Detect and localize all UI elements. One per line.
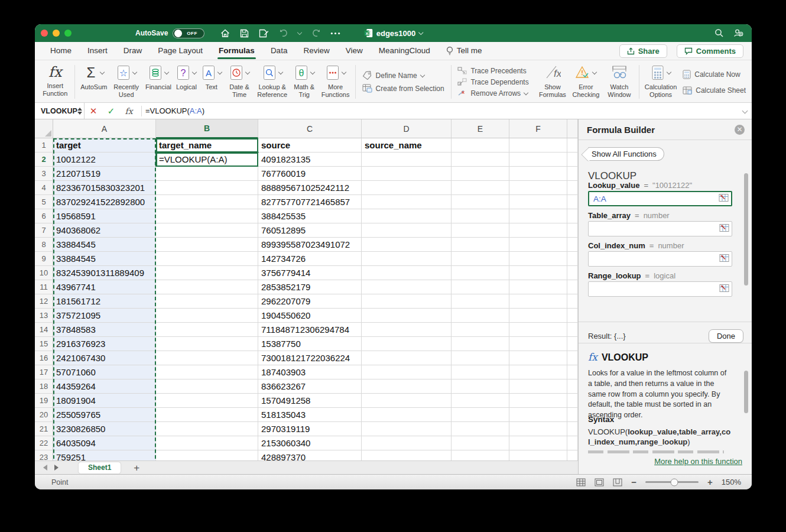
row-header-19[interactable]: 19 (35, 394, 53, 408)
more-help-link[interactable]: More help on this function (654, 457, 742, 466)
cell-C16[interactable]: 730018121722036224 (258, 351, 362, 365)
cell-F9[interactable] (509, 252, 567, 266)
cell-A8[interactable]: 33884545 (53, 238, 156, 252)
cell-B5[interactable] (156, 195, 258, 209)
row-header-20[interactable]: 20 (35, 408, 53, 422)
financial-button[interactable]: Financial (143, 63, 174, 101)
cell-partial-14[interactable] (567, 323, 578, 337)
cell-F1[interactable] (509, 138, 567, 153)
zoom-out-button[interactable]: − (631, 478, 636, 486)
cell-E9[interactable] (452, 252, 509, 266)
cell-F11[interactable] (509, 280, 567, 294)
cell-E19[interactable] (452, 394, 509, 408)
row-header-16[interactable]: 16 (35, 351, 53, 365)
cell-C19[interactable]: 1570491258 (258, 394, 362, 408)
cell-D12[interactable] (362, 294, 452, 309)
more-commands-icon[interactable] (330, 28, 340, 38)
cell-D18[interactable] (362, 379, 452, 394)
text-button[interactable]: A Text (199, 63, 224, 101)
row-header-1[interactable]: 1 (35, 138, 53, 153)
cell-C6[interactable]: 388425535 (258, 209, 362, 223)
cell-A16[interactable]: 2421067430 (53, 351, 156, 365)
cell-C22[interactable]: 2153060340 (258, 436, 362, 450)
share-screen-icon[interactable] (733, 28, 743, 38)
cell-E20[interactable] (452, 408, 509, 422)
cell-C21[interactable]: 2970319119 (258, 422, 362, 436)
panel-close-icon[interactable]: ✕ (735, 125, 745, 135)
cell-partial-3[interactable] (567, 167, 578, 181)
cell-A1[interactable]: target (53, 138, 156, 153)
cell-B12[interactable] (156, 294, 258, 309)
watch-window-button[interactable]: Watch Window (603, 63, 636, 101)
lookup-value-input[interactable]: A:A (588, 191, 732, 206)
cell-D9[interactable] (362, 252, 452, 266)
cell-B20[interactable] (156, 408, 258, 422)
column-header-partial[interactable] (567, 119, 578, 138)
search-icon[interactable] (714, 28, 724, 38)
cell-F21[interactable] (509, 422, 567, 436)
cell-B21[interactable] (156, 422, 258, 436)
cell-A6[interactable]: 19568591 (53, 209, 156, 223)
range-picker-icon[interactable] (719, 254, 729, 264)
cell-A11[interactable]: 43967741 (53, 280, 156, 294)
cell-E10[interactable] (452, 266, 509, 280)
row-header-4[interactable]: 4 (35, 181, 53, 195)
cell-E6[interactable] (452, 209, 509, 223)
done-button[interactable]: Done (709, 329, 743, 343)
cell-F12[interactable] (509, 294, 567, 309)
cell-B11[interactable] (156, 280, 258, 294)
row-header-13[interactable]: 13 (35, 309, 53, 323)
cell-A4[interactable]: 823367015830323201 (53, 181, 156, 195)
cell-partial-21[interactable] (567, 422, 578, 436)
cell-partial-16[interactable] (567, 351, 578, 365)
cell-partial-8[interactable] (567, 238, 578, 252)
cell-partial-15[interactable] (567, 337, 578, 351)
cell-C4[interactable]: 888895671025242112 (258, 181, 362, 195)
column-header-F[interactable]: F (509, 119, 567, 138)
cell-D23[interactable] (362, 450, 452, 460)
cell-partial-23[interactable] (567, 450, 578, 460)
row-header-15[interactable]: 15 (35, 337, 53, 351)
add-sheet-button[interactable]: + (134, 463, 139, 473)
cell-A13[interactable]: 375721095 (53, 309, 156, 323)
cell-A7[interactable]: 940368062 (53, 223, 156, 238)
cell-F5[interactable] (509, 195, 567, 209)
range-picker-icon[interactable] (719, 224, 729, 234)
row-header-10[interactable]: 10 (35, 266, 53, 280)
show-formulas-button[interactable]: fx Show Formulas (536, 63, 569, 101)
calculate-sheet-button[interactable]: Calculate Sheet (683, 86, 746, 95)
lookup-reference-button[interactable]: Lookup & Reference (255, 63, 290, 101)
range-lookup-input[interactable] (588, 281, 732, 297)
cell-F23[interactable] (509, 450, 567, 460)
trace-precedents-button[interactable]: Trace Precedents (457, 67, 528, 75)
cell-F15[interactable] (509, 337, 567, 351)
recently-used-button[interactable]: ☆ Recently Used (109, 63, 142, 101)
cell-A3[interactable]: 212071519 (53, 167, 156, 181)
tab-meaningcloud[interactable]: MeaningCloud (379, 43, 430, 59)
cell-partial-22[interactable] (567, 436, 578, 450)
insert-function-fx-button[interactable]: fx (120, 106, 138, 116)
cell-F16[interactable] (509, 351, 567, 365)
cell-F22[interactable] (509, 436, 567, 450)
cell-E12[interactable] (452, 294, 509, 309)
tab-view[interactable]: View (346, 43, 363, 59)
cell-E23[interactable] (452, 450, 509, 460)
zoom-slider-thumb[interactable] (670, 478, 678, 486)
column-header-B[interactable]: B (156, 119, 258, 138)
cell-E15[interactable] (452, 337, 509, 351)
row-header-22[interactable]: 22 (35, 436, 53, 450)
cell-F4[interactable] (509, 181, 567, 195)
zoom-in-button[interactable]: + (707, 478, 713, 486)
more-functions-button[interactable]: More Functions (319, 63, 352, 101)
cell-E3[interactable] (452, 167, 509, 181)
cell-B3[interactable] (156, 167, 258, 181)
row-header-14[interactable]: 14 (35, 323, 53, 337)
tab-draw[interactable]: Draw (124, 43, 142, 59)
cell-C1[interactable]: source (258, 138, 362, 153)
row-header-3[interactable]: 3 (35, 167, 53, 181)
cell-D14[interactable] (362, 323, 452, 337)
cell-A14[interactable]: 37848583 (53, 323, 156, 337)
cell-A17[interactable]: 57071060 (53, 365, 156, 379)
column-header-E[interactable]: E (452, 119, 509, 138)
cell-B19[interactable] (156, 394, 258, 408)
